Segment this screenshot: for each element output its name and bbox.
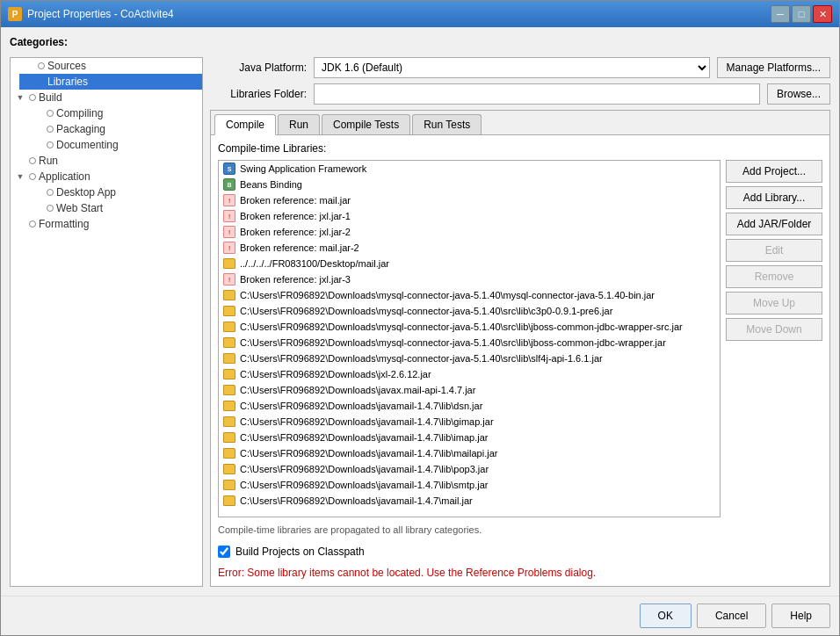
folder-icon (222, 336, 236, 350)
maximize-button[interactable]: □ (792, 5, 811, 23)
lib-item[interactable]: C:\Users\FR096892\Downloads\javax.mail-a… (219, 382, 720, 398)
add-library-button[interactable]: Add Library... (726, 186, 822, 209)
folder-icon (222, 430, 236, 444)
lib-item[interactable]: SSwing Application Framework (219, 161, 720, 177)
move-down-button[interactable]: Move Down (726, 318, 822, 341)
platform-select[interactable]: JDK 1.6 (Default) (314, 57, 710, 78)
expand-build: ▼ (14, 91, 26, 104)
lib-item[interactable]: C:\Users\FR096892\Downloads\mysql-connec… (219, 335, 720, 351)
lib-item[interactable]: C:\Users\FR096892\Downloads\javamail-1.4… (219, 414, 720, 430)
help-button[interactable]: Help (771, 603, 830, 628)
expand-desktop-app (32, 186, 44, 199)
ok-button[interactable]: OK (640, 603, 692, 628)
circle-documenting (47, 141, 54, 148)
folder-icon (222, 446, 236, 460)
lib-item-text: C:\Users\FR096892\Downloads\javamail-1.4… (240, 432, 488, 443)
lib-item[interactable]: C:\Users\FR096892\Downloads\javamail-1.4… (219, 477, 720, 493)
lib-item[interactable]: C:\Users\FR096892\Downloads\mysql-connec… (219, 319, 720, 335)
libs-area: SSwing Application FrameworkBBeans Bindi… (218, 160, 822, 517)
compile-header: Compile-time Libraries: (218, 142, 822, 155)
sidebar-item-formatting[interactable]: Formatting (11, 216, 202, 232)
sidebar-item-libraries[interactable]: Libraries (19, 74, 202, 90)
lib-item[interactable]: C:\Users\FR096892\Downloads\javamail-1.4… (219, 398, 720, 414)
expand-documenting (32, 139, 44, 151)
documenting-label: Documenting (56, 139, 119, 151)
manage-platforms-button[interactable]: Manage Platforms... (717, 57, 830, 78)
expand-web-start (32, 202, 44, 214)
libs-list[interactable]: SSwing Application FrameworkBBeans Bindi… (218, 160, 721, 517)
sidebar-item-sources[interactable]: Sources (19, 58, 202, 74)
folder-input[interactable] (314, 83, 760, 105)
lib-item-text: C:\Users\FR096892\Downloads\javamail-1.4… (240, 401, 482, 411)
error-text: Error: Some library items cannot be loca… (218, 567, 822, 579)
sidebar-item-web-start[interactable]: Web Start (28, 200, 202, 216)
lib-item[interactable]: C:\Users\FR096892\Downloads\mysql-connec… (219, 351, 720, 366)
tabs-row: Compile Run Compile Tests Run Tests (211, 111, 829, 135)
folder-icon (222, 304, 236, 318)
folder-icon (222, 415, 236, 429)
remove-button[interactable]: Remove (726, 265, 822, 288)
expand-sources (23, 60, 35, 72)
lib-item[interactable]: C:\Users\FR096892\Downloads\jxl-2.6.12.j… (219, 366, 720, 382)
sidebar-item-run[interactable]: Run (11, 153, 202, 169)
expand-application: ▼ (14, 170, 26, 183)
lib-item[interactable]: BBeans Binding (219, 177, 720, 192)
cancel-button[interactable]: Cancel (697, 603, 766, 628)
lib-item-text: Broken reference: jxl.jar-3 (240, 274, 351, 285)
categories-label: Categories: (10, 36, 830, 48)
lib-item[interactable]: !Broken reference: mail.jar (219, 192, 720, 208)
lib-item-text: C:\Users\FR096892\Downloads\mysql-connec… (240, 322, 683, 332)
lib-item[interactable]: C:\Users\FR096892\Downloads\mysql-connec… (219, 287, 720, 303)
lib-item[interactable]: C:\Users\FR096892\Downloads\javamail-1.4… (219, 493, 720, 509)
lib-item[interactable]: C:\Users\FR096892\Downloads\javamail-1.4… (219, 445, 720, 461)
lib-item-text: ../../../../FR083100/Desktop/mail.jar (240, 258, 389, 269)
lib-item-text: C:\Users\FR096892\Downloads\javamail-1.4… (240, 495, 473, 506)
lib-item[interactable]: !Broken reference: jxl.jar-2 (219, 224, 720, 240)
lib-item[interactable]: !Broken reference: mail.jar-2 (219, 240, 720, 256)
browse-button[interactable]: Browse... (767, 83, 830, 105)
tab-run-tests[interactable]: Run Tests (412, 114, 482, 134)
desktop-app-label: Desktop App (56, 186, 116, 199)
folder-icon (222, 478, 236, 492)
add-project-button[interactable]: Add Project... (726, 160, 822, 183)
broken-icon: ! (222, 272, 236, 286)
tab-content-compile: Compile-time Libraries: SSwing Applicati… (211, 135, 829, 586)
web-start-label: Web Start (56, 202, 103, 214)
build-classpath-checkbox[interactable] (218, 546, 230, 558)
tabs-and-content: Compile Run Compile Tests Run Tests Comp… (210, 110, 830, 587)
minimize-button[interactable]: ─ (771, 5, 790, 23)
move-up-button[interactable]: Move Up (726, 292, 822, 314)
formatting-label: Formatting (39, 218, 89, 230)
folder-icon (222, 320, 236, 334)
tab-compile[interactable]: Compile (214, 114, 276, 135)
sidebar-item-build[interactable]: ▼ Build (11, 90, 202, 105)
sidebar-item-application[interactable]: ▼ Application (11, 169, 202, 184)
window-title: Project Properties - CoActivite4 (27, 8, 174, 20)
lib-item[interactable]: C:\Users\FR096892\Downloads\javamail-1.4… (219, 430, 720, 445)
compiling-label: Compiling (56, 107, 103, 119)
add-jar-button[interactable]: Add JAR/Folder (726, 213, 822, 235)
folder-icon (222, 288, 236, 302)
edit-button[interactable]: Edit (726, 239, 822, 262)
circle-build (29, 94, 36, 101)
lib-item[interactable]: !Broken reference: jxl.jar-3 (219, 271, 720, 287)
folder-icon (222, 351, 236, 365)
sidebar-item-compiling[interactable]: Compiling (28, 105, 202, 121)
close-button[interactable]: ✕ (813, 5, 832, 23)
lib-item-text: C:\Users\FR096892\Downloads\javamail-1.4… (240, 416, 494, 427)
expand-libraries (23, 76, 35, 88)
sidebar-item-documenting[interactable]: Documenting (28, 137, 202, 153)
lib-item-text: C:\Users\FR096892\Downloads\mysql-connec… (240, 290, 655, 300)
lib-item[interactable]: !Broken reference: jxl.jar-1 (219, 208, 720, 224)
circle-libraries (38, 78, 45, 85)
tab-run[interactable]: Run (278, 114, 320, 134)
sidebar-item-desktop-app[interactable]: Desktop App (28, 184, 202, 200)
tab-compile-tests[interactable]: Compile Tests (322, 114, 410, 134)
lib-item-text: C:\Users\FR096892\Downloads\javamail-1.4… (240, 480, 488, 490)
lib-item[interactable]: C:\Users\FR096892\Downloads\mysql-connec… (219, 303, 720, 319)
sidebar-item-packaging[interactable]: Packaging (28, 121, 202, 137)
expand-formatting (14, 218, 26, 230)
lib-item-text: Beans Binding (240, 179, 302, 190)
lib-item[interactable]: C:\Users\FR096892\Downloads\javamail-1.4… (219, 461, 720, 477)
lib-item[interactable]: ../../../../FR083100/Desktop/mail.jar (219, 256, 720, 271)
